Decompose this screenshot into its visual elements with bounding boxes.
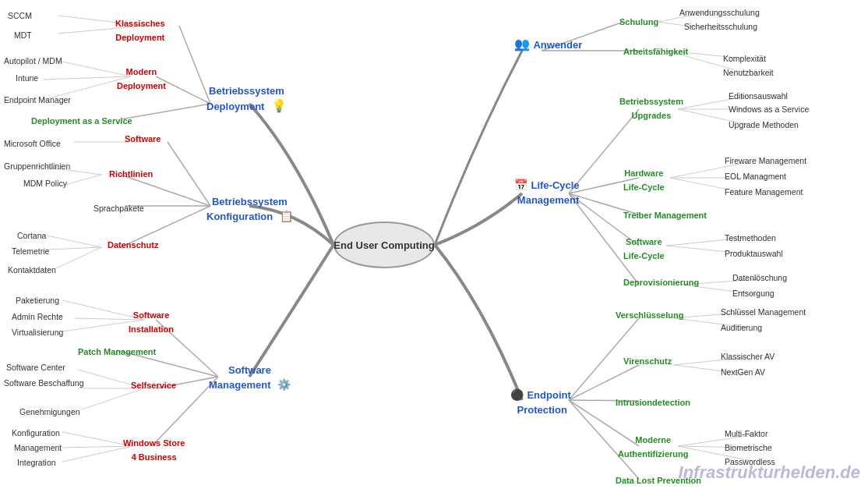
watermark: Infrastrukturhelden.de bbox=[679, 462, 860, 483]
endpoint-manager-node: Endpoint Manager bbox=[4, 92, 71, 106]
virtualisierung-label: Virtualisierung bbox=[12, 328, 63, 337]
sprachpakete-label: Sprachpakete bbox=[94, 204, 144, 213]
software-node: Software bbox=[125, 131, 161, 145]
mind-map: End User Computing BetriebssystemDeploym… bbox=[0, 0, 868, 489]
betriebssystem-konfiguration-label: BetriebssystemKonfiguration bbox=[206, 196, 288, 222]
intrusiondetection-label: Intrusiondetection bbox=[616, 398, 690, 407]
richtlinien-node: Richtlinien bbox=[109, 166, 153, 180]
kontaktdaten-label: Kontaktdaten bbox=[8, 265, 56, 275]
arbeitsfahigkeit-label: Arbeitsfähigkeit bbox=[623, 47, 688, 56]
svg-line-15 bbox=[47, 236, 101, 247]
svg-line-27 bbox=[82, 388, 144, 409]
virtualisierung-node: Virtualisierung bbox=[12, 324, 63, 338]
sccm-node: SCCM bbox=[8, 8, 32, 22]
deployment-as-service-node: Deployment as a Service bbox=[31, 113, 132, 127]
paketierung-node: Paketierung bbox=[16, 292, 59, 307]
selfservice-node: Selfservice bbox=[131, 377, 176, 392]
mdt-label: MDT bbox=[14, 30, 32, 40]
integration-label: Integration bbox=[17, 458, 56, 467]
anwendungsschulung-label: Anwendungsschulung bbox=[679, 8, 760, 17]
admin-rechte-label: Admin Rechte bbox=[12, 312, 63, 321]
sicherheitsschulung-label: Sicherheitsschulung bbox=[684, 22, 757, 31]
autopilot-label: Autopilot / MDM bbox=[4, 56, 62, 66]
schulung-label: Schulung bbox=[619, 17, 658, 27]
software-installation-node: SoftwareInstallation bbox=[129, 307, 174, 335]
testmethoden-node: Testmethoden bbox=[725, 230, 776, 244]
moderne-auth-node: ModerneAuthentifizierung bbox=[618, 432, 688, 460]
virenschutz-label: Virenschutz bbox=[623, 356, 672, 366]
genehmigungen-node: Genehmigungen bbox=[19, 404, 80, 418]
nenutzbarkeit-label: Nenutzbarkeit bbox=[723, 68, 774, 77]
anwender-node: 👥 Anwender bbox=[514, 37, 582, 52]
svg-line-2 bbox=[121, 104, 210, 119]
document-icon: 📋 bbox=[280, 210, 293, 222]
konfiguration-label: Konfiguration bbox=[12, 428, 60, 438]
verschlusselung-label: Verschlüsselung bbox=[616, 310, 683, 320]
software-management-node: SoftwareManagement ⚙️ bbox=[209, 363, 291, 392]
komplexitat-label: Komplexität bbox=[723, 54, 766, 63]
treiber-mgmt-node: Treiber Management bbox=[623, 207, 707, 221]
gruppenrichtlinien-node: Gruppenrichtlinien bbox=[4, 158, 70, 172]
fireware-mgmt-node: Fireware Management bbox=[725, 153, 806, 167]
nextgen-av-label: NextGen AV bbox=[721, 367, 765, 377]
multi-faktor-label: Multi-Faktor bbox=[725, 429, 767, 438]
microsoft-office-node: Microsoft Office bbox=[4, 136, 61, 150]
editionsauswahl-node: Editionsauswahl bbox=[729, 88, 788, 102]
svg-line-14 bbox=[62, 175, 101, 186]
datenloschung-node: Datenlöschung bbox=[732, 270, 787, 284]
software-installation-label: SoftwareInstallation bbox=[129, 310, 174, 334]
software-lifecycle-node: SoftwareLife-Cycle bbox=[623, 234, 665, 262]
windows-as-service-node: Windows as a Service bbox=[729, 101, 809, 115]
mdm-policy-node: MDM Policy bbox=[23, 175, 67, 190]
editionsauswahl-label: Editionsauswahl bbox=[729, 91, 788, 101]
genehmigungen-label: Genehmigungen bbox=[19, 407, 80, 416]
mdt-node: MDT bbox=[14, 27, 32, 41]
endpoint-manager-label: Endpoint Manager bbox=[4, 95, 71, 105]
lifecycle-node: 📅 Life-Cycle Management bbox=[514, 178, 580, 207]
gruppenrichtlinien-label: Gruppenrichtlinien bbox=[4, 161, 70, 171]
windows-as-service-label: Windows as a Service bbox=[729, 105, 809, 114]
software-beschaffung-node: Software Beschaffung bbox=[4, 375, 84, 389]
sccm-label: SCCM bbox=[8, 11, 32, 20]
cortana-label: Cortana bbox=[17, 231, 46, 240]
entsorgung-node: Entsorgung bbox=[732, 285, 774, 299]
produktauswahl-node: Produktauswahl bbox=[725, 246, 783, 260]
patch-management-node: Patch Management bbox=[78, 344, 156, 358]
software-center-node: Software Center bbox=[6, 360, 65, 374]
moderne-auth-label: ModerneAuthentifizierung bbox=[618, 435, 688, 459]
sicherheitsschulung-node: Sicherheitsschulung bbox=[684, 19, 757, 33]
svg-line-29 bbox=[62, 446, 132, 448]
software-management-label: SoftwareManagement bbox=[209, 364, 271, 391]
multi-faktor-node: Multi-Faktor bbox=[725, 426, 767, 440]
intune-node: Intune bbox=[16, 70, 38, 84]
paketierung-label: Paketierung bbox=[16, 296, 59, 305]
modern-deployment-label: ModernDeployment bbox=[117, 67, 166, 90]
anwender-label: Anwender bbox=[533, 39, 582, 51]
schluessel-mgmt-label: Schlüssel Management bbox=[721, 307, 806, 317]
anwendungsschulung-node: Anwendungsschulung bbox=[679, 5, 760, 19]
upgrade-methoden-label: Upgrade Methoden bbox=[729, 120, 799, 129]
software-lifecycle-label: SoftwareLife-Cycle bbox=[623, 237, 665, 260]
telemetrie-node: Telemetrie bbox=[12, 243, 49, 257]
datenschutz-label: Datenschutz bbox=[108, 240, 158, 250]
deprovisionierung-label: Deprovisionierung bbox=[623, 278, 699, 287]
kontaktdaten-node: Kontaktdaten bbox=[8, 262, 56, 276]
treiber-mgmt-label: Treiber Management bbox=[623, 211, 707, 220]
klassisches-deployment-node: KlassischesDeployment bbox=[115, 16, 165, 44]
nenutzbarkeit-node: Nenutzbarkeit bbox=[723, 65, 774, 79]
svg-line-0 bbox=[179, 26, 210, 104]
betriebssystem-konfiguration-node: BetriebssystemKonfiguration 📋 bbox=[206, 194, 293, 224]
bs-upgrades-node: BetriebssystemUpgrades bbox=[619, 94, 683, 122]
deprovisionierung-node: Deprovisionierung bbox=[623, 275, 699, 289]
richtlinien-label: Richtlinien bbox=[109, 169, 153, 179]
autopilot-node: Autopilot / MDM bbox=[4, 53, 62, 67]
people-icon: 👥 bbox=[514, 37, 530, 51]
shield-icon: ⚫ bbox=[510, 388, 524, 401]
hardware-lifecycle-node: HardwareLife-Cycle bbox=[623, 165, 665, 193]
datenloschung-label: Datenlöschung bbox=[732, 273, 787, 282]
admin-rechte-node: Admin Rechte bbox=[12, 309, 63, 323]
verschlusselung-node: Verschlüsselung bbox=[616, 307, 683, 321]
schulung-node: Schulung bbox=[619, 14, 658, 28]
komplexitat-node: Komplexität bbox=[723, 51, 766, 65]
telemetrie-label: Telemetrie bbox=[12, 246, 49, 256]
